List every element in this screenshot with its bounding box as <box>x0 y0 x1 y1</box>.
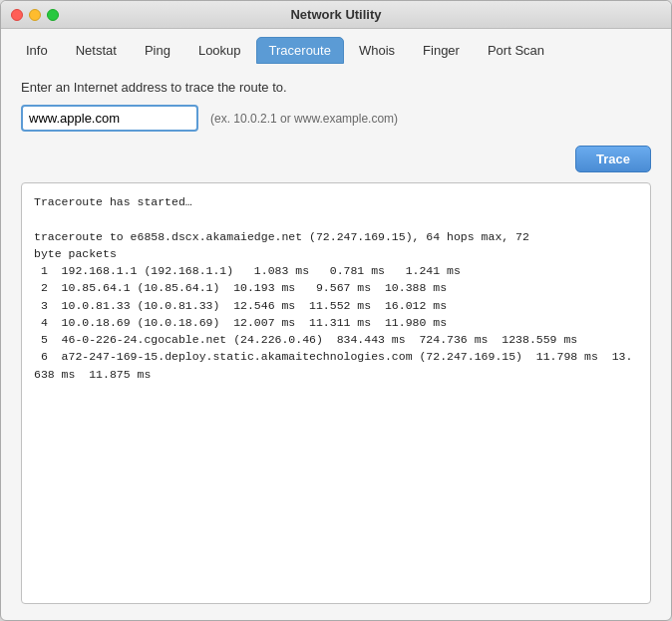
tab-lookup[interactable]: Lookup <box>185 37 254 64</box>
network-utility-window: Network Utility Info Netstat Ping Lookup… <box>0 0 672 621</box>
prompt-label: Enter an Internet address to trace the r… <box>21 80 651 95</box>
tab-portscan[interactable]: Port Scan <box>475 37 557 64</box>
tab-ping[interactable]: Ping <box>132 37 183 64</box>
hint-text: (ex. 10.0.2.1 or www.example.com) <box>210 112 398 126</box>
content-area: Enter an Internet address to trace the r… <box>1 64 671 620</box>
trace-button-row: Trace <box>21 146 651 172</box>
tab-whois[interactable]: Whois <box>346 37 408 64</box>
output-area: Traceroute has started… traceroute to e6… <box>21 182 651 604</box>
traffic-lights <box>11 9 59 21</box>
minimize-button[interactable] <box>29 9 41 21</box>
trace-button[interactable]: Trace <box>575 146 651 172</box>
maximize-button[interactable] <box>47 9 59 21</box>
title-bar: Network Utility <box>1 1 671 29</box>
tab-bar: Info Netstat Ping Lookup Traceroute Whoi… <box>1 29 671 64</box>
close-button[interactable] <box>11 9 23 21</box>
input-row: (ex. 10.0.2.1 or www.example.com) <box>21 105 651 132</box>
tab-traceroute[interactable]: Traceroute <box>256 37 344 64</box>
tab-finger[interactable]: Finger <box>410 37 473 64</box>
window-title: Network Utility <box>290 7 381 22</box>
address-input[interactable] <box>21 105 198 132</box>
tab-netstat[interactable]: Netstat <box>63 37 130 64</box>
tab-info[interactable]: Info <box>13 37 61 64</box>
